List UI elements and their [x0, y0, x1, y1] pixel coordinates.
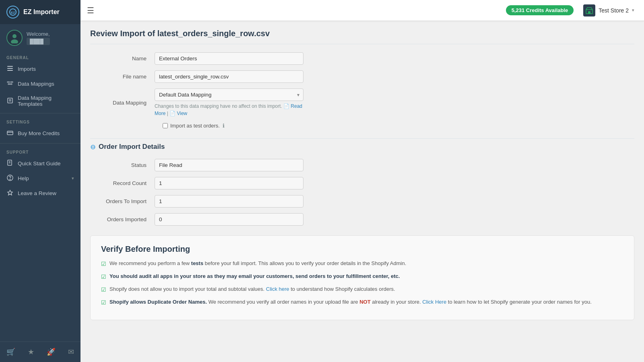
- svg-point-16: [10, 179, 10, 180]
- sidebar-item-data-mappings[interactable]: Data Mappings: [0, 76, 80, 91]
- data-mapping-row: Data Mapping Default Data Mapping ▾ Chan…: [90, 88, 634, 117]
- sidebar-item-data-mapping-templates[interactable]: Data Mapping Templates: [0, 91, 80, 111]
- orders-to-import-label: Orders To Import: [90, 198, 155, 204]
- sidebar-bottom-bar: 🛒 ★ 🚀 ✉: [0, 341, 80, 362]
- svg-point-3: [11, 39, 18, 43]
- record-count-label: Record Count: [90, 180, 155, 186]
- store-chevron-icon: ▾: [632, 8, 634, 13]
- orders-imported-label: Orders Imported: [90, 216, 155, 222]
- help-icon: [6, 175, 14, 182]
- name-row: Name: [90, 52, 634, 65]
- credits-badge[interactable]: 5,231 Credits Available: [506, 5, 574, 15]
- svg-rect-6: [7, 70, 13, 71]
- content-area: Review Import of latest_orders_single_ro…: [80, 21, 644, 362]
- sidebar-header: EZ EZ Importer: [0, 0, 80, 24]
- status-input: [155, 159, 303, 171]
- svg-rect-19: [588, 11, 590, 14]
- verify-text-2: You should audit all apps in your store …: [109, 272, 400, 280]
- verify-before-importing-box: Verify Before Importing ☑ We recommend y…: [90, 235, 634, 320]
- hamburger-menu[interactable]: ☰: [87, 6, 94, 15]
- verify-text-3: Shopify does not allow you to import you…: [109, 285, 395, 293]
- svg-point-2: [12, 34, 17, 38]
- app-name: EZ Importer: [23, 8, 60, 16]
- section-icon: ⊖: [90, 143, 95, 151]
- page-title: Review Import of latest_orders_single_ro…: [90, 29, 634, 44]
- store-name: Test Store 2: [599, 7, 629, 14]
- store-selector[interactable]: Test Store 2 ▾: [580, 3, 638, 18]
- svg-rect-5: [7, 68, 13, 69]
- sidebar-item-buy-more-credits[interactable]: Buy More Credits: [0, 126, 80, 141]
- name-input[interactable]: [155, 52, 303, 65]
- order-import-section-header: ⊖ Order Import Details: [90, 138, 634, 152]
- svg-rect-7: [8, 98, 12, 103]
- section-label-support: SUPPORT: [0, 146, 80, 156]
- data-mapping-select[interactable]: Default Data Mapping: [155, 88, 303, 101]
- sidebar-item-imports[interactable]: Imports: [0, 62, 80, 76]
- svg-marker-17: [8, 190, 12, 195]
- sidebar-user-section: Welcome, ████: [0, 24, 80, 51]
- import-test-label: Import as test orders. ℹ: [170, 123, 225, 129]
- status-row: Status: [90, 159, 634, 171]
- status-label: Status: [90, 162, 155, 168]
- verify-item-4: ☑ Shopify allows Duplicate Order Names. …: [101, 298, 623, 307]
- verify-title: Verify Before Importing: [101, 245, 623, 254]
- verify-item-3: ☑ Shopify does not allow you to import y…: [101, 285, 623, 294]
- verify-check-2-icon: ☑: [101, 273, 106, 281]
- data-mapping-label: Data Mapping: [90, 100, 155, 106]
- data-mapping-help: Changes to this data mapping have no aff…: [155, 103, 303, 117]
- bottom-cart-icon[interactable]: 🛒: [2, 345, 19, 359]
- record-count-row: Record Count: [90, 177, 634, 189]
- section-label-general: GENERAL: [0, 51, 80, 62]
- section-label-settings: SETTINGS: [0, 116, 80, 126]
- sidebar-item-quick-start-guide[interactable]: Quick Start Guide: [0, 156, 80, 171]
- verify-item-1: ☑ We recommend you perform a few tests b…: [101, 259, 623, 268]
- svg-rect-10: [7, 131, 13, 135]
- username-box: ████: [27, 38, 50, 45]
- bottom-star-icon[interactable]: ★: [24, 345, 38, 359]
- verify-text-4: Shopify allows Duplicate Order Names. We…: [109, 298, 592, 306]
- help-chevron: ▾: [72, 176, 74, 181]
- main-area: ☰ 5,231 Credits Available Test Store 2 ▾…: [80, 0, 644, 362]
- sidebar-item-leave-review[interactable]: Leave a Review: [0, 186, 80, 201]
- welcome-text: Welcome,: [27, 31, 50, 37]
- leave-review-label: Leave a Review: [18, 190, 74, 196]
- info-icon: ℹ: [223, 123, 225, 129]
- verify-item-2: ☑ You should audit all apps in your stor…: [101, 272, 623, 281]
- filename-row: File name: [90, 70, 634, 83]
- user-info: Welcome, ████: [27, 31, 50, 45]
- verify-text-1: We recommend you perform a few tests bef…: [109, 259, 406, 267]
- app-logo: EZ: [6, 6, 19, 19]
- filename-label: File name: [90, 74, 155, 80]
- import-test-row: Import as test orders. ℹ: [163, 123, 634, 129]
- orders-imported-input: [155, 213, 303, 226]
- bottom-rocket-icon[interactable]: 🚀: [43, 345, 60, 359]
- buy-credits-label: Buy More Credits: [18, 130, 74, 136]
- bottom-mail-icon[interactable]: ✉: [64, 345, 78, 359]
- avatar: [6, 30, 23, 46]
- review-icon: [6, 189, 14, 197]
- orders-to-import-input: [155, 195, 303, 208]
- sidebar: EZ EZ Importer Welcome, ████ GENERAL Imp…: [0, 0, 80, 362]
- filename-input[interactable]: [155, 70, 303, 83]
- data-mapping-templates-icon: [6, 97, 14, 105]
- avatar-inner: [7, 31, 22, 45]
- import-test-checkbox[interactable]: [163, 123, 168, 128]
- data-mappings-label: Data Mappings: [18, 81, 74, 87]
- data-mapping-templates-label: Data Mapping Templates: [18, 95, 74, 107]
- order-import-form-section: Status Record Count Orders To Import Ord…: [90, 159, 634, 226]
- name-label: Name: [90, 56, 155, 62]
- data-mapping-select-wrapper: Default Data Mapping ▾: [155, 88, 303, 101]
- orders-imported-row: Orders Imported: [90, 213, 634, 226]
- view-link[interactable]: View: [177, 111, 187, 116]
- record-count-input: [155, 177, 303, 189]
- top-nav: ☰ 5,231 Credits Available Test Store 2 ▾: [80, 0, 644, 21]
- sidebar-item-help[interactable]: Help ▾: [0, 171, 80, 186]
- verify-click-here-link-2[interactable]: Click Here: [422, 299, 446, 305]
- data-mappings-icon: [6, 80, 14, 88]
- svg-rect-4: [7, 66, 13, 67]
- imports-icon: [6, 65, 14, 73]
- verify-check-4-icon: ☑: [101, 298, 106, 307]
- verify-click-here-link-1[interactable]: Click here: [266, 286, 289, 292]
- imports-label: Imports: [18, 66, 74, 72]
- store-icon: [583, 4, 595, 16]
